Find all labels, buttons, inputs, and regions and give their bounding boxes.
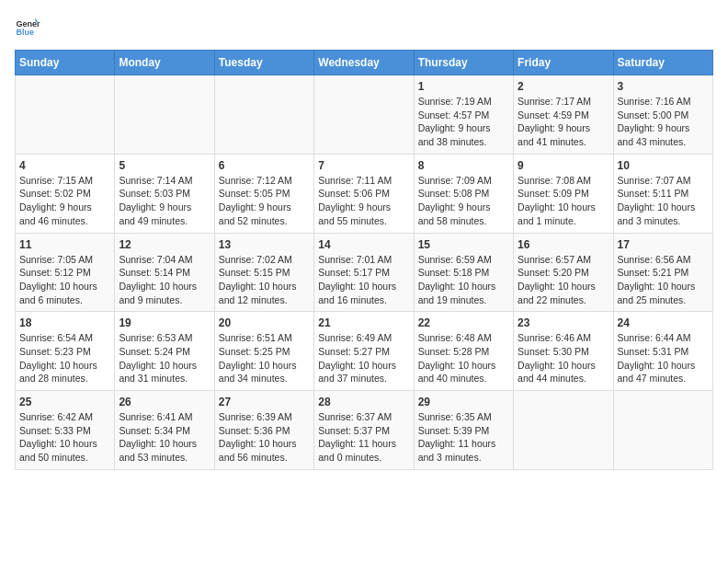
calendar-cell bbox=[214, 75, 313, 155]
day-number: 25 bbox=[19, 396, 110, 408]
day-number: 18 bbox=[19, 316, 110, 329]
week-row-5: 25Sunrise: 6:42 AM Sunset: 5:33 PM Dayli… bbox=[16, 391, 713, 470]
day-number: 17 bbox=[618, 238, 709, 251]
day-info: Sunrise: 6:59 AM Sunset: 5:18 PM Dayligh… bbox=[418, 253, 509, 307]
day-number: 2 bbox=[518, 80, 609, 93]
calendar-cell: 28Sunrise: 6:37 AM Sunset: 5:37 PM Dayli… bbox=[314, 391, 414, 470]
day-info: Sunrise: 6:44 AM Sunset: 5:31 PM Dayligh… bbox=[618, 331, 709, 385]
day-info: Sunrise: 7:08 AM Sunset: 5:09 PM Dayligh… bbox=[518, 174, 609, 228]
day-number: 29 bbox=[418, 396, 509, 408]
day-info: Sunrise: 7:02 AM Sunset: 5:15 PM Dayligh… bbox=[219, 253, 310, 307]
calendar-cell: 27Sunrise: 6:39 AM Sunset: 5:36 PM Dayli… bbox=[214, 391, 313, 470]
weekday-header-row: SundayMondayTuesdayWednesdayThursdayFrid… bbox=[16, 51, 713, 75]
day-info: Sunrise: 6:56 AM Sunset: 5:21 PM Dayligh… bbox=[618, 253, 709, 307]
day-info: Sunrise: 6:42 AM Sunset: 5:33 PM Dayligh… bbox=[19, 410, 110, 465]
day-info: Sunrise: 7:15 AM Sunset: 5:02 PM Dayligh… bbox=[19, 174, 110, 228]
calendar-cell: 29Sunrise: 6:35 AM Sunset: 5:39 PM Dayli… bbox=[414, 391, 513, 470]
calendar-cell: 18Sunrise: 6:54 AM Sunset: 5:23 PM Dayli… bbox=[16, 312, 115, 391]
day-number: 11 bbox=[19, 238, 110, 251]
day-number: 28 bbox=[318, 396, 409, 408]
week-row-1: 1Sunrise: 7:19 AM Sunset: 4:57 PM Daylig… bbox=[16, 75, 713, 155]
day-info: Sunrise: 6:35 AM Sunset: 5:39 PM Dayligh… bbox=[418, 410, 509, 465]
calendar-cell: 6Sunrise: 7:12 AM Sunset: 5:05 PM Daylig… bbox=[214, 154, 313, 233]
week-row-3: 11Sunrise: 7:05 AM Sunset: 5:12 PM Dayli… bbox=[16, 233, 713, 312]
day-info: Sunrise: 6:41 AM Sunset: 5:34 PM Dayligh… bbox=[119, 410, 210, 465]
calendar-cell: 3Sunrise: 7:16 AM Sunset: 5:00 PM Daylig… bbox=[613, 75, 712, 155]
calendar-table: SundayMondayTuesdayWednesdayThursdayFrid… bbox=[15, 50, 713, 470]
day-number: 13 bbox=[219, 238, 310, 251]
calendar-cell: 8Sunrise: 7:09 AM Sunset: 5:08 PM Daylig… bbox=[414, 154, 513, 233]
day-number: 12 bbox=[119, 238, 210, 251]
day-number: 22 bbox=[418, 316, 509, 329]
calendar-cell: 12Sunrise: 7:04 AM Sunset: 5:14 PM Dayli… bbox=[115, 233, 214, 312]
day-info: Sunrise: 7:04 AM Sunset: 5:14 PM Dayligh… bbox=[119, 253, 210, 307]
day-info: Sunrise: 6:48 AM Sunset: 5:28 PM Dayligh… bbox=[418, 331, 509, 385]
week-row-2: 4Sunrise: 7:15 AM Sunset: 5:02 PM Daylig… bbox=[16, 154, 713, 233]
calendar-cell: 15Sunrise: 6:59 AM Sunset: 5:18 PM Dayli… bbox=[414, 233, 513, 312]
day-number: 8 bbox=[418, 159, 509, 172]
calendar-cell: 16Sunrise: 6:57 AM Sunset: 5:20 PM Dayli… bbox=[514, 233, 613, 312]
day-info: Sunrise: 7:05 AM Sunset: 5:12 PM Dayligh… bbox=[19, 253, 110, 307]
calendar-cell bbox=[514, 391, 613, 470]
day-info: Sunrise: 6:54 AM Sunset: 5:23 PM Dayligh… bbox=[19, 331, 110, 385]
calendar-cell bbox=[613, 391, 712, 470]
week-row-4: 18Sunrise: 6:54 AM Sunset: 5:23 PM Dayli… bbox=[16, 312, 713, 391]
day-info: Sunrise: 7:07 AM Sunset: 5:11 PM Dayligh… bbox=[618, 174, 709, 228]
calendar-cell: 4Sunrise: 7:15 AM Sunset: 5:02 PM Daylig… bbox=[16, 154, 115, 233]
day-info: Sunrise: 6:46 AM Sunset: 5:30 PM Dayligh… bbox=[518, 331, 609, 385]
weekday-header-sunday: Sunday bbox=[16, 51, 115, 75]
calendar-cell: 25Sunrise: 6:42 AM Sunset: 5:33 PM Dayli… bbox=[16, 391, 115, 470]
day-number: 6 bbox=[219, 159, 310, 172]
day-info: Sunrise: 6:37 AM Sunset: 5:37 PM Dayligh… bbox=[318, 410, 409, 465]
calendar-cell bbox=[314, 75, 414, 155]
day-number: 14 bbox=[318, 238, 409, 251]
weekday-header-tuesday: Tuesday bbox=[214, 51, 313, 75]
calendar-cell bbox=[115, 75, 214, 155]
day-info: Sunrise: 7:12 AM Sunset: 5:05 PM Dayligh… bbox=[219, 174, 310, 228]
day-info: Sunrise: 7:11 AM Sunset: 5:06 PM Dayligh… bbox=[318, 174, 409, 228]
weekday-header-thursday: Thursday bbox=[414, 51, 513, 75]
day-number: 3 bbox=[618, 80, 709, 93]
calendar-cell: 2Sunrise: 7:17 AM Sunset: 4:59 PM Daylig… bbox=[514, 75, 613, 155]
weekday-header-wednesday: Wednesday bbox=[314, 51, 414, 75]
day-number: 15 bbox=[418, 238, 509, 251]
calendar-cell: 7Sunrise: 7:11 AM Sunset: 5:06 PM Daylig… bbox=[314, 154, 414, 233]
day-number: 27 bbox=[219, 396, 310, 408]
header: General Blue bbox=[15, 15, 713, 40]
day-number: 26 bbox=[119, 396, 210, 408]
day-info: Sunrise: 7:09 AM Sunset: 5:08 PM Dayligh… bbox=[418, 174, 509, 228]
day-number: 23 bbox=[518, 316, 609, 329]
calendar-cell: 24Sunrise: 6:44 AM Sunset: 5:31 PM Dayli… bbox=[613, 312, 712, 391]
day-info: Sunrise: 7:14 AM Sunset: 5:03 PM Dayligh… bbox=[119, 174, 210, 228]
day-info: Sunrise: 7:17 AM Sunset: 4:59 PM Dayligh… bbox=[518, 95, 609, 149]
calendar-cell: 23Sunrise: 6:46 AM Sunset: 5:30 PM Dayli… bbox=[514, 312, 613, 391]
day-info: Sunrise: 6:57 AM Sunset: 5:20 PM Dayligh… bbox=[518, 253, 609, 307]
calendar-cell: 9Sunrise: 7:08 AM Sunset: 5:09 PM Daylig… bbox=[514, 154, 613, 233]
calendar-cell: 26Sunrise: 6:41 AM Sunset: 5:34 PM Dayli… bbox=[115, 391, 214, 470]
calendar-cell: 22Sunrise: 6:48 AM Sunset: 5:28 PM Dayli… bbox=[414, 312, 513, 391]
calendar-cell: 21Sunrise: 6:49 AM Sunset: 5:27 PM Dayli… bbox=[314, 312, 414, 391]
day-number: 1 bbox=[418, 80, 509, 93]
calendar-cell: 1Sunrise: 7:19 AM Sunset: 4:57 PM Daylig… bbox=[414, 75, 513, 155]
calendar-cell: 11Sunrise: 7:05 AM Sunset: 5:12 PM Dayli… bbox=[16, 233, 115, 312]
calendar-cell: 14Sunrise: 7:01 AM Sunset: 5:17 PM Dayli… bbox=[314, 233, 414, 312]
day-info: Sunrise: 6:49 AM Sunset: 5:27 PM Dayligh… bbox=[318, 331, 409, 385]
day-number: 20 bbox=[219, 316, 310, 329]
calendar-cell: 20Sunrise: 6:51 AM Sunset: 5:25 PM Dayli… bbox=[214, 312, 313, 391]
calendar-cell: 17Sunrise: 6:56 AM Sunset: 5:21 PM Dayli… bbox=[613, 233, 712, 312]
weekday-header-monday: Monday bbox=[115, 51, 214, 75]
calendar-cell: 19Sunrise: 6:53 AM Sunset: 5:24 PM Dayli… bbox=[115, 312, 214, 391]
day-number: 16 bbox=[518, 238, 609, 251]
calendar-cell bbox=[16, 75, 115, 155]
calendar-cell: 5Sunrise: 7:14 AM Sunset: 5:03 PM Daylig… bbox=[115, 154, 214, 233]
calendar-cell: 10Sunrise: 7:07 AM Sunset: 5:11 PM Dayli… bbox=[613, 154, 712, 233]
day-info: Sunrise: 7:19 AM Sunset: 4:57 PM Dayligh… bbox=[418, 95, 509, 149]
svg-text:Blue: Blue bbox=[16, 28, 34, 37]
day-number: 4 bbox=[19, 159, 110, 172]
day-info: Sunrise: 6:53 AM Sunset: 5:24 PM Dayligh… bbox=[119, 331, 210, 385]
weekday-header-saturday: Saturday bbox=[613, 51, 712, 75]
day-number: 7 bbox=[318, 159, 409, 172]
day-number: 5 bbox=[119, 159, 210, 172]
day-info: Sunrise: 6:39 AM Sunset: 5:36 PM Dayligh… bbox=[219, 410, 310, 465]
day-number: 10 bbox=[618, 159, 709, 172]
